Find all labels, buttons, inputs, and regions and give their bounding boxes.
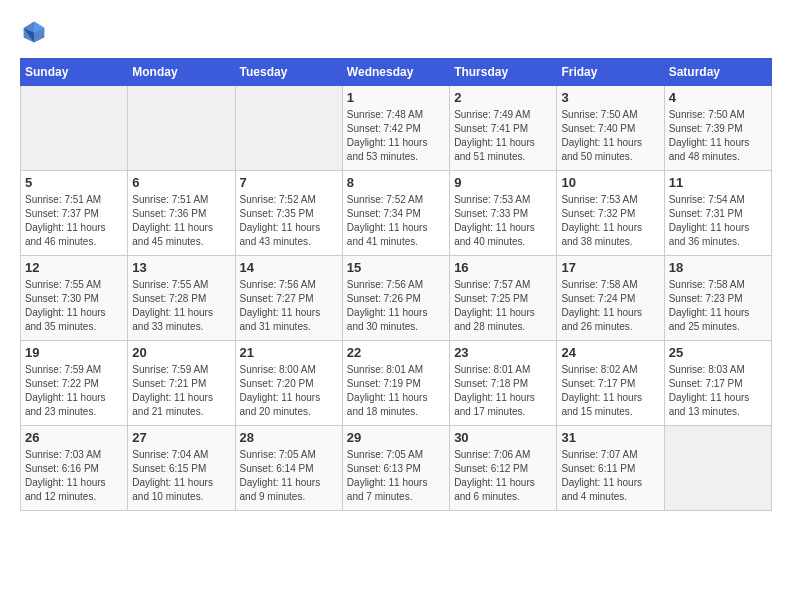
day-number: 27: [132, 430, 230, 445]
day-number: 24: [561, 345, 659, 360]
day-info: Sunrise: 7:05 AMSunset: 6:13 PMDaylight:…: [347, 448, 445, 504]
day-number: 6: [132, 175, 230, 190]
day-number: 19: [25, 345, 123, 360]
calendar-cell: [235, 86, 342, 171]
day-number: 28: [240, 430, 338, 445]
day-number: 9: [454, 175, 552, 190]
day-number: 5: [25, 175, 123, 190]
day-info: Sunrise: 7:51 AMSunset: 7:37 PMDaylight:…: [25, 193, 123, 249]
calendar-cell: 22Sunrise: 8:01 AMSunset: 7:19 PMDayligh…: [342, 341, 449, 426]
calendar-cell: 17Sunrise: 7:58 AMSunset: 7:24 PMDayligh…: [557, 256, 664, 341]
day-info: Sunrise: 8:01 AMSunset: 7:19 PMDaylight:…: [347, 363, 445, 419]
calendar-cell: 19Sunrise: 7:59 AMSunset: 7:22 PMDayligh…: [21, 341, 128, 426]
weekday-header-wednesday: Wednesday: [342, 59, 449, 86]
day-info: Sunrise: 7:53 AMSunset: 7:33 PMDaylight:…: [454, 193, 552, 249]
day-info: Sunrise: 7:53 AMSunset: 7:32 PMDaylight:…: [561, 193, 659, 249]
calendar-cell: 20Sunrise: 7:59 AMSunset: 7:21 PMDayligh…: [128, 341, 235, 426]
day-info: Sunrise: 7:56 AMSunset: 7:27 PMDaylight:…: [240, 278, 338, 334]
calendar-cell: 28Sunrise: 7:05 AMSunset: 6:14 PMDayligh…: [235, 426, 342, 511]
day-number: 21: [240, 345, 338, 360]
logo: [20, 20, 50, 48]
calendar-cell: 2Sunrise: 7:49 AMSunset: 7:41 PMDaylight…: [450, 86, 557, 171]
calendar-cell: 14Sunrise: 7:56 AMSunset: 7:27 PMDayligh…: [235, 256, 342, 341]
calendar-cell: 24Sunrise: 8:02 AMSunset: 7:17 PMDayligh…: [557, 341, 664, 426]
day-info: Sunrise: 7:49 AMSunset: 7:41 PMDaylight:…: [454, 108, 552, 164]
calendar-cell: 9Sunrise: 7:53 AMSunset: 7:33 PMDaylight…: [450, 171, 557, 256]
calendar-cell: 10Sunrise: 7:53 AMSunset: 7:32 PMDayligh…: [557, 171, 664, 256]
day-info: Sunrise: 7:05 AMSunset: 6:14 PMDaylight:…: [240, 448, 338, 504]
calendar-week-row: 26Sunrise: 7:03 AMSunset: 6:16 PMDayligh…: [21, 426, 772, 511]
day-number: 22: [347, 345, 445, 360]
day-number: 11: [669, 175, 767, 190]
day-info: Sunrise: 7:54 AMSunset: 7:31 PMDaylight:…: [669, 193, 767, 249]
day-number: 15: [347, 260, 445, 275]
day-info: Sunrise: 7:03 AMSunset: 6:16 PMDaylight:…: [25, 448, 123, 504]
day-number: 8: [347, 175, 445, 190]
day-number: 25: [669, 345, 767, 360]
day-info: Sunrise: 7:59 AMSunset: 7:22 PMDaylight:…: [25, 363, 123, 419]
day-number: 17: [561, 260, 659, 275]
weekday-header-monday: Monday: [128, 59, 235, 86]
day-info: Sunrise: 8:02 AMSunset: 7:17 PMDaylight:…: [561, 363, 659, 419]
day-info: Sunrise: 7:50 AMSunset: 7:39 PMDaylight:…: [669, 108, 767, 164]
day-number: 7: [240, 175, 338, 190]
calendar-cell: 11Sunrise: 7:54 AMSunset: 7:31 PMDayligh…: [664, 171, 771, 256]
day-info: Sunrise: 7:57 AMSunset: 7:25 PMDaylight:…: [454, 278, 552, 334]
calendar-cell: 15Sunrise: 7:56 AMSunset: 7:26 PMDayligh…: [342, 256, 449, 341]
day-info: Sunrise: 7:48 AMSunset: 7:42 PMDaylight:…: [347, 108, 445, 164]
day-number: 2: [454, 90, 552, 105]
day-info: Sunrise: 7:58 AMSunset: 7:24 PMDaylight:…: [561, 278, 659, 334]
calendar-body: 1Sunrise: 7:48 AMSunset: 7:42 PMDaylight…: [21, 86, 772, 511]
day-number: 1: [347, 90, 445, 105]
logo-icon: [22, 20, 46, 44]
day-info: Sunrise: 7:51 AMSunset: 7:36 PMDaylight:…: [132, 193, 230, 249]
day-info: Sunrise: 8:00 AMSunset: 7:20 PMDaylight:…: [240, 363, 338, 419]
day-info: Sunrise: 7:07 AMSunset: 6:11 PMDaylight:…: [561, 448, 659, 504]
calendar-cell: 6Sunrise: 7:51 AMSunset: 7:36 PMDaylight…: [128, 171, 235, 256]
weekday-header-sunday: Sunday: [21, 59, 128, 86]
day-number: 3: [561, 90, 659, 105]
day-number: 29: [347, 430, 445, 445]
calendar-cell: [664, 426, 771, 511]
day-info: Sunrise: 7:55 AMSunset: 7:28 PMDaylight:…: [132, 278, 230, 334]
day-number: 10: [561, 175, 659, 190]
calendar-cell: 1Sunrise: 7:48 AMSunset: 7:42 PMDaylight…: [342, 86, 449, 171]
calendar-cell: 29Sunrise: 7:05 AMSunset: 6:13 PMDayligh…: [342, 426, 449, 511]
day-info: Sunrise: 7:58 AMSunset: 7:23 PMDaylight:…: [669, 278, 767, 334]
weekday-header-friday: Friday: [557, 59, 664, 86]
day-number: 30: [454, 430, 552, 445]
calendar-cell: 21Sunrise: 8:00 AMSunset: 7:20 PMDayligh…: [235, 341, 342, 426]
calendar-cell: 3Sunrise: 7:50 AMSunset: 7:40 PMDaylight…: [557, 86, 664, 171]
calendar-week-row: 19Sunrise: 7:59 AMSunset: 7:22 PMDayligh…: [21, 341, 772, 426]
day-number: 12: [25, 260, 123, 275]
weekday-header-tuesday: Tuesday: [235, 59, 342, 86]
calendar-cell: 26Sunrise: 7:03 AMSunset: 6:16 PMDayligh…: [21, 426, 128, 511]
calendar-week-row: 12Sunrise: 7:55 AMSunset: 7:30 PMDayligh…: [21, 256, 772, 341]
calendar-cell: 12Sunrise: 7:55 AMSunset: 7:30 PMDayligh…: [21, 256, 128, 341]
calendar-cell: 30Sunrise: 7:06 AMSunset: 6:12 PMDayligh…: [450, 426, 557, 511]
calendar-cell: 4Sunrise: 7:50 AMSunset: 7:39 PMDaylight…: [664, 86, 771, 171]
weekday-header-row: SundayMondayTuesdayWednesdayThursdayFrid…: [21, 59, 772, 86]
calendar-cell: 23Sunrise: 8:01 AMSunset: 7:18 PMDayligh…: [450, 341, 557, 426]
weekday-header-saturday: Saturday: [664, 59, 771, 86]
day-number: 16: [454, 260, 552, 275]
day-number: 4: [669, 90, 767, 105]
calendar-header: SundayMondayTuesdayWednesdayThursdayFrid…: [21, 59, 772, 86]
calendar-table: SundayMondayTuesdayWednesdayThursdayFrid…: [20, 58, 772, 511]
day-number: 13: [132, 260, 230, 275]
calendar-cell: [21, 86, 128, 171]
calendar-cell: 27Sunrise: 7:04 AMSunset: 6:15 PMDayligh…: [128, 426, 235, 511]
day-number: 26: [25, 430, 123, 445]
day-info: Sunrise: 7:52 AMSunset: 7:34 PMDaylight:…: [347, 193, 445, 249]
calendar-week-row: 1Sunrise: 7:48 AMSunset: 7:42 PMDaylight…: [21, 86, 772, 171]
day-number: 20: [132, 345, 230, 360]
day-info: Sunrise: 8:03 AMSunset: 7:17 PMDaylight:…: [669, 363, 767, 419]
day-number: 14: [240, 260, 338, 275]
day-number: 18: [669, 260, 767, 275]
page-header: [20, 20, 772, 48]
day-info: Sunrise: 7:56 AMSunset: 7:26 PMDaylight:…: [347, 278, 445, 334]
calendar-cell: 25Sunrise: 8:03 AMSunset: 7:17 PMDayligh…: [664, 341, 771, 426]
calendar-cell: 18Sunrise: 7:58 AMSunset: 7:23 PMDayligh…: [664, 256, 771, 341]
calendar-cell: 16Sunrise: 7:57 AMSunset: 7:25 PMDayligh…: [450, 256, 557, 341]
calendar-cell: 5Sunrise: 7:51 AMSunset: 7:37 PMDaylight…: [21, 171, 128, 256]
